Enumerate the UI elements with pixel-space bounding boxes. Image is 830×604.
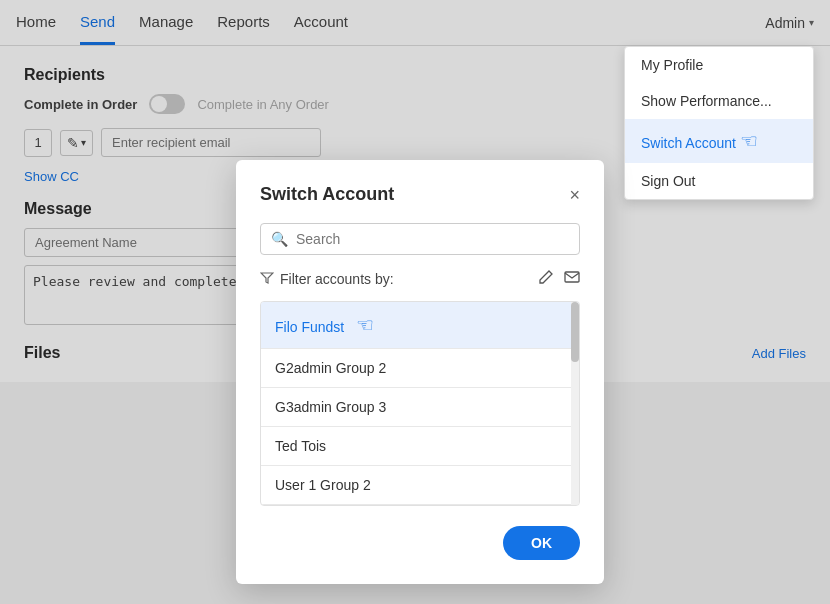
modal-header: Switch Account ×: [260, 184, 580, 205]
filter-actions: [538, 269, 580, 289]
filter-row: Filter accounts by:: [260, 269, 580, 289]
scrollbar-thumb[interactable]: [571, 302, 579, 362]
modal-close-button[interactable]: ×: [569, 186, 580, 204]
ok-button[interactable]: OK: [503, 526, 580, 560]
switch-account-modal: Switch Account × 🔍 Filter accounts by:: [236, 160, 604, 584]
cursor-hand-icon: ☞: [740, 129, 758, 153]
filter-icon: [260, 271, 274, 288]
svg-rect-0: [565, 272, 579, 282]
search-box: 🔍: [260, 223, 580, 255]
account-item-ted[interactable]: Ted Tois: [261, 427, 579, 466]
modal-title: Switch Account: [260, 184, 394, 205]
search-input[interactable]: [296, 231, 569, 247]
dropdown-my-profile[interactable]: My Profile: [625, 47, 813, 83]
search-icon: 🔍: [271, 231, 288, 247]
account-item-filo[interactable]: Filo Fundst ☞: [261, 302, 579, 349]
scrollbar-track: [571, 302, 579, 505]
dropdown-switch-account[interactable]: Switch Account ☞: [625, 119, 813, 163]
filter-label: Filter accounts by:: [280, 271, 538, 287]
account-item-g2admin[interactable]: G2admin Group 2: [261, 349, 579, 388]
modal-footer: OK: [260, 526, 580, 560]
account-item-g3admin[interactable]: G3admin Group 3: [261, 388, 579, 427]
accounts-list: Filo Fundst ☞ G2admin Group 2 G3admin Gr…: [260, 301, 580, 506]
edit-filter-button[interactable]: [538, 269, 554, 289]
email-filter-button[interactable]: [564, 269, 580, 289]
dropdown-sign-out[interactable]: Sign Out: [625, 163, 813, 199]
cursor-pointer-icon: ☞: [356, 313, 374, 337]
account-item-user1[interactable]: User 1 Group 2: [261, 466, 579, 505]
dropdown-show-performance[interactable]: Show Performance...: [625, 83, 813, 119]
admin-dropdown-menu: My Profile Show Performance... Switch Ac…: [624, 46, 814, 200]
